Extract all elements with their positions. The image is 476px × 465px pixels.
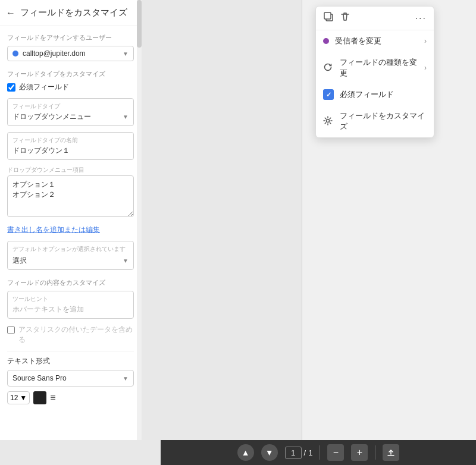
default-select-value: 選択 (12, 256, 27, 266)
dropdown-items-textarea[interactable]: オプション１ オプション２ (7, 175, 134, 217)
field-type-name-label: フィールドタイプの名前 (12, 136, 129, 144)
change-field-type-arrow: › (424, 64, 427, 72)
menu-item-customize-field-label: フィールドをカスタマイズ (340, 111, 427, 132)
tooltip-box[interactable]: ツールヒント ホバーテキストを追加 (7, 291, 134, 319)
assign-user-label: フィールドをアサインするユーザー (7, 33, 134, 42)
more-icon[interactable]: ··· (415, 13, 427, 24)
default-option-section: デフォルトオプションが選択されています 選択 ▼ (7, 241, 134, 270)
required-check-icon (323, 89, 334, 100)
page-total: 1 (308, 448, 312, 457)
font-size-arrow: ▼ (20, 394, 27, 402)
required-field-row: 必須フィールド (7, 82, 134, 92)
font-size-select[interactable]: 12 ▼ (7, 391, 30, 404)
add-edit-section: 書き出し名を追加または編集 (7, 225, 134, 235)
panel-title: フィールドをカスタマイズ (20, 7, 127, 18)
zoom-out-button[interactable]: − (327, 444, 344, 461)
font-name: Source Sans Pro (12, 374, 67, 382)
field-type-value: ドロップダウンメニュー (12, 112, 91, 122)
page-separator: / (304, 448, 306, 457)
menu-item-customize-field[interactable]: フィールドをカスタマイズ (316, 105, 434, 137)
next-page-button[interactable]: ▼ (261, 444, 278, 461)
asterisk-row: アスタリスクの付いたデータを含める (7, 325, 134, 345)
left-panel: ← フィールドをカスタマイズ フィールドをアサインするユーザー calltop@… (0, 0, 142, 440)
default-select-row: 選択 ▼ (12, 256, 129, 266)
panel-header: ← フィールドをカスタマイズ (0, 0, 141, 26)
default-option-hint: デフォルトオプションが選択されています (12, 245, 129, 253)
field-type-name-group[interactable]: フィールドタイプの名前 ドロップダウン１ (7, 132, 134, 160)
field-content-label: フィールドの内容をカスタマイズ (7, 278, 134, 287)
field-type-label: フィールドタイプ (12, 102, 129, 111)
user-dot (12, 51, 18, 56)
menu-item-change-field-type-label: フィールドの種類を変更 (340, 57, 418, 78)
font-color-swatch[interactable] (33, 391, 46, 404)
prev-page-button[interactable]: ▲ (237, 444, 254, 461)
user-dropdown-arrow: ▼ (123, 51, 129, 57)
page-info: 1 / 1 (285, 447, 313, 459)
text-style-section: テキスト形式 Source Sans Pro ▼ 12 ▼ ≡ (7, 356, 134, 404)
settings-icon (323, 116, 334, 127)
recipient-dot-icon (323, 38, 329, 44)
tooltip-value: ホバーテキストを追加 (12, 305, 84, 313)
field-type-group[interactable]: フィールドタイプ ドロップダウンメニュー ▼ (7, 98, 134, 126)
field-type-select-row: ドロップダウンメニュー ▼ (12, 112, 129, 122)
bottom-toolbar: ▲ ▼ 1 / 1 − + (161, 440, 476, 465)
default-select-arrow: ▼ (123, 257, 129, 264)
menu-item-required-field-label: 必須フィールド (340, 89, 427, 100)
asterisk-label: アスタリスクの付いたデータを含める (18, 325, 134, 345)
dropdown-items-wrap: ドロップダウンメニュー項目 オプション１ オプション２ (7, 166, 134, 219)
bottom-canvas-bar (0, 440, 161, 465)
context-menu: ··· 受信者を変更 › フィールドの種類を変更 › 必須フィールド フィールド… (315, 6, 434, 138)
text-align-icon[interactable]: ≡ (50, 392, 55, 403)
dropdown-items-label: ドロップダウンメニュー項目 (7, 166, 134, 174)
font-controls: 12 ▼ ≡ (7, 391, 134, 404)
svg-point-2 (327, 119, 330, 122)
toolbar-divider (320, 445, 320, 460)
page-current[interactable]: 1 (285, 447, 302, 459)
change-recipient-arrow: › (424, 37, 427, 45)
required-field-label: 必須フィールド (19, 82, 69, 92)
menu-item-change-field-type[interactable]: フィールドの種類を変更 › (316, 52, 434, 84)
upload-button[interactable] (383, 444, 399, 461)
menu-item-change-recipient[interactable]: 受信者を変更 › (316, 30, 434, 52)
field-type-name-value: ドロップダウン１ (12, 146, 70, 155)
user-dropdown[interactable]: calltop@jupiter.dom ▼ (7, 46, 134, 61)
panel-body: フィールドをアサインするユーザー calltop@jupiter.dom ▼ フ… (0, 26, 141, 417)
user-assign-section: フィールドをアサインするユーザー calltop@jupiter.dom ▼ (7, 33, 134, 61)
context-menu-toolbar: ··· (316, 7, 434, 30)
copy-icon[interactable] (323, 11, 334, 25)
required-field-checkbox[interactable] (7, 83, 15, 92)
left-panel-scrollbar-thumb[interactable] (137, 0, 142, 48)
svg-rect-1 (324, 12, 331, 19)
back-button[interactable]: ← (6, 8, 15, 18)
zoom-in-button[interactable]: + (351, 444, 368, 461)
font-select-arrow: ▼ (123, 375, 129, 382)
divider (7, 351, 134, 351)
default-option-box[interactable]: デフォルトオプションが選択されています 選択 ▼ (7, 241, 134, 270)
toolbar-divider2 (375, 445, 375, 460)
user-email: calltop@jupiter.dom (23, 49, 123, 58)
canvas-area (142, 0, 302, 440)
font-select-row[interactable]: Source Sans Pro ▼ (7, 370, 134, 387)
field-type-arrow: ▼ (123, 114, 129, 120)
delete-icon[interactable] (340, 11, 350, 25)
left-panel-scrollbar[interactable] (137, 0, 142, 440)
text-style-label: テキスト形式 (7, 356, 134, 366)
add-edit-link[interactable]: 書き出し名を追加または編集 (7, 225, 100, 234)
field-type-customize-label: フィールドタイプをカスタマイズ (7, 70, 134, 78)
asterisk-checkbox[interactable] (7, 326, 15, 334)
menu-item-change-recipient-label: 受信者を変更 (335, 36, 418, 46)
menu-item-required-field[interactable]: 必須フィールド (316, 84, 434, 105)
refresh-icon (323, 62, 334, 74)
tooltip-label: ツールヒント (12, 295, 129, 303)
font-size-value: 12 (10, 394, 18, 402)
